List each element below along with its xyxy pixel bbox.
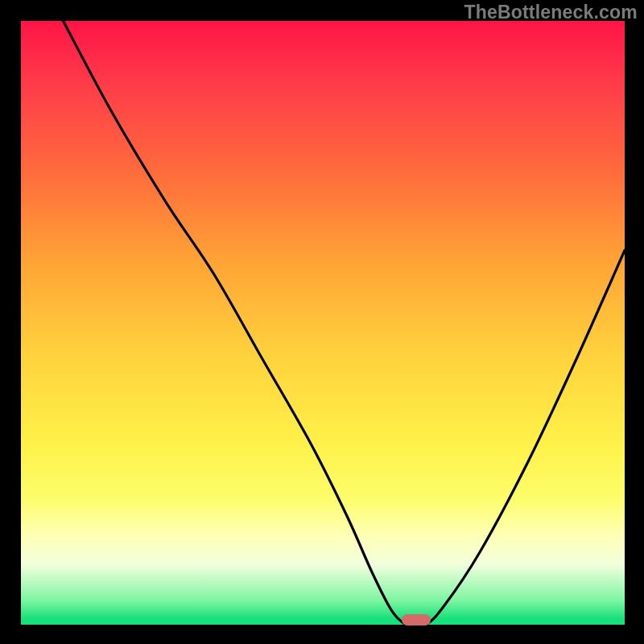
bottleneck-curve-path bbox=[64, 21, 625, 625]
optimal-marker bbox=[402, 614, 431, 625]
chart-frame: TheBottleneck.com bbox=[0, 0, 644, 644]
plot-area bbox=[21, 21, 625, 625]
watermark-text: TheBottleneck.com bbox=[464, 2, 638, 23]
curve-svg bbox=[21, 21, 625, 625]
